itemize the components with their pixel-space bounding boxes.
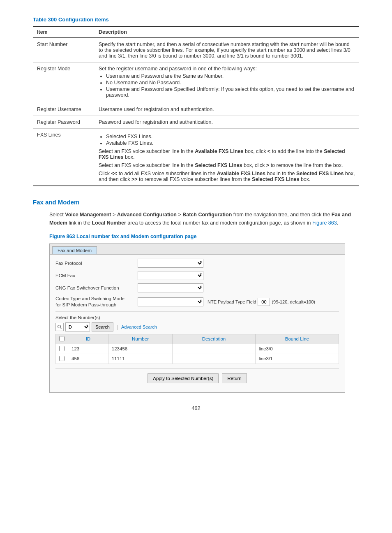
row-bound-line-cell: line3/1 <box>255 354 339 364</box>
form-row-cng-fax: CNG Fax Switchover Function <box>55 283 339 292</box>
search-row: ID Search | Advanced Search <box>55 322 339 331</box>
col-header-desc: Description <box>95 26 359 38</box>
table-row: Register Mode Set the register username … <box>33 63 359 103</box>
bold-local-number: Local Number <box>92 220 126 226</box>
desc-cell: Selected FXS Lines. Available FXS Lines.… <box>95 129 359 186</box>
item-cell: FXS Lines <box>33 129 95 186</box>
desc-cell: Username used for registration and authe… <box>95 103 359 116</box>
ecm-fax-select-wrapper[interactable] <box>138 271 203 280</box>
row-desc-cell <box>173 344 255 354</box>
bold-adv-config: Advanced Configuration <box>117 212 177 218</box>
nte-input[interactable]: 00 <box>258 298 270 306</box>
col-header-item: Item <box>33 26 95 38</box>
table-row: 123 123456 line3/0 <box>56 344 339 354</box>
table-section: Table 300 Configuration items Item Descr… <box>33 16 359 186</box>
fax-modem-section: Fax and Modem Select Voice Management > … <box>33 199 359 393</box>
row-id-cell: 123 <box>68 344 108 354</box>
row-checkbox[interactable] <box>59 356 65 361</box>
select-all-checkbox[interactable] <box>59 336 65 341</box>
bold-batch-config: Batch Configuration <box>182 212 232 218</box>
cng-fax-select-wrapper[interactable] <box>138 283 203 292</box>
row-check-cell <box>56 354 68 364</box>
cng-fax-label: CNG Fax Switchover Function <box>55 285 138 290</box>
search-magnifier-icon <box>55 323 64 331</box>
col-header-number: Number <box>108 334 173 344</box>
item-cell: Register Username <box>33 103 95 116</box>
search-field-select[interactable]: ID <box>65 322 90 331</box>
table-row: Register Username Username used for regi… <box>33 103 359 116</box>
svg-point-0 <box>58 325 61 328</box>
table-title: Table 300 Configuration items <box>33 16 359 23</box>
apply-button[interactable]: Apply to Selected Number(s) <box>148 373 219 383</box>
table-row: Register Password Password used for regi… <box>33 116 359 129</box>
row-desc-cell <box>173 354 255 364</box>
desc-cell: Specify the start number, and then a ser… <box>95 38 359 63</box>
table-row: Start Number Specify the start number, a… <box>33 38 359 63</box>
figure-box: Fax and Modem Fax Protocol ECM Fax <box>49 243 345 393</box>
bold-voice-mgmt: Voice Management <box>65 212 111 218</box>
col-header-id: ID <box>68 334 108 344</box>
table-row: 456 11111 line3/1 <box>56 354 339 364</box>
item-cell: Register Password <box>33 116 95 129</box>
section-body: Select Voice Management > Advanced Confi… <box>49 211 359 227</box>
numbers-table: ID Number Description Bound Line 123 123… <box>55 334 339 364</box>
fax-protocol-select-wrapper[interactable] <box>138 259 203 268</box>
row-checkbox[interactable] <box>59 346 65 351</box>
page-number: 462 <box>33 405 359 411</box>
row-id-cell: 456 <box>68 354 108 364</box>
row-check-cell <box>56 344 68 354</box>
row-bound-line-cell: line3/0 <box>255 344 339 354</box>
search-field-select-wrapper[interactable]: ID <box>65 322 90 331</box>
nte-note: (99-120, default=100) <box>272 299 315 304</box>
advanced-search-link[interactable]: Advanced Search <box>121 324 157 329</box>
fax-protocol-label: Fax Protocol <box>55 261 138 266</box>
desc-cell: Set the register username and password i… <box>95 63 359 103</box>
item-cell: Start Number <box>33 38 95 63</box>
item-cell: Register Mode <box>33 63 95 103</box>
fax-protocol-select[interactable] <box>138 259 203 268</box>
figure-title: Figure 863 Local number fax and Modem co… <box>49 234 359 239</box>
ecm-fax-select[interactable] <box>138 271 203 280</box>
codec-type-select[interactable] <box>138 297 203 306</box>
select-numbers-label: Select the Number(s) <box>55 315 339 320</box>
figure-footer: Apply to Selected Number(s) Return <box>55 368 339 388</box>
search-button[interactable]: Search <box>92 322 113 331</box>
table-row: FXS Lines Selected FXS Lines. Available … <box>33 129 359 186</box>
nte-field: NTE Payload Type Field 00 (99-120, defau… <box>208 298 315 306</box>
return-button[interactable]: Return <box>222 373 247 383</box>
row-number-cell: 11111 <box>108 354 173 364</box>
form-row-fax-protocol: Fax Protocol <box>55 259 339 268</box>
codec-type-select-wrapper[interactable] <box>138 297 203 306</box>
figure-tab-bar: Fax and Modem <box>50 244 345 255</box>
col-header-bound-line: Bound Line <box>255 334 339 344</box>
figure-link[interactable]: Figure 863 <box>312 220 337 226</box>
figure-form: Fax Protocol ECM Fax CNG Fax Switc <box>50 255 345 392</box>
form-row-ecm-fax: ECM Fax <box>55 271 339 280</box>
col-header-check <box>56 334 68 344</box>
col-header-description: Description <box>173 334 255 344</box>
figure-tab[interactable]: Fax and Modem <box>52 246 97 254</box>
svg-line-1 <box>60 328 62 329</box>
codec-type-label: Codec Type and Switching Modefor SIP Mod… <box>55 296 138 308</box>
desc-cell: Password used for registration and authe… <box>95 116 359 129</box>
config-table: Item Description Start Number Specify th… <box>33 26 359 186</box>
nte-label: NTE Payload Type Field <box>208 299 256 304</box>
section-heading: Fax and Modem <box>33 199 359 206</box>
form-row-codec-type: Codec Type and Switching Modefor SIP Mod… <box>55 296 339 308</box>
row-number-cell: 123456 <box>108 344 173 354</box>
cng-fax-select[interactable] <box>138 283 203 292</box>
ecm-fax-label: ECM Fax <box>55 273 138 278</box>
